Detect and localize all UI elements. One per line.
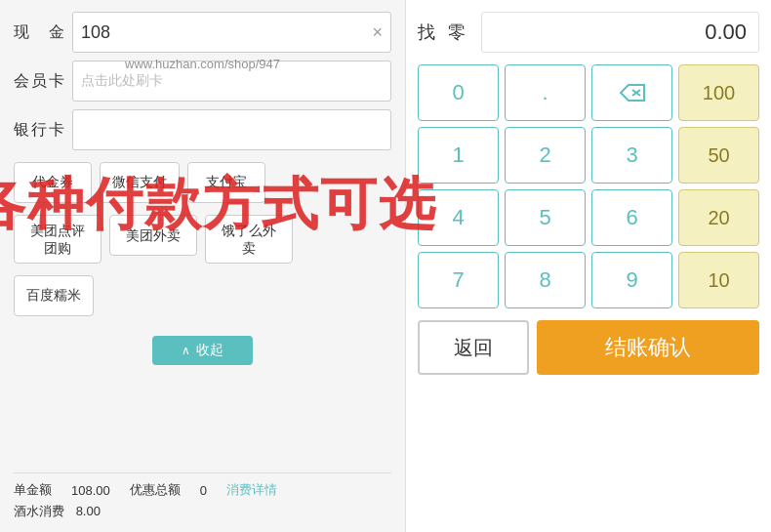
pay-btn-meituan[interactable]: 美团点评 团购 xyxy=(14,215,101,264)
quick-btn-50[interactable]: 50 xyxy=(678,127,759,184)
numpad: 0 . 100 1 2 3 50 4 5 6 20 7 8 9 xyxy=(418,64,759,308)
num-btn-del[interactable] xyxy=(591,64,672,121)
payment-buttons-2: 美团点评 团购 美团外卖 饿了么外 卖 xyxy=(14,215,391,264)
cash-row: 现 金 108 × xyxy=(14,12,391,53)
cash-label: 现 金 xyxy=(14,22,64,43)
num-btn-9[interactable]: 9 xyxy=(591,252,672,308)
num-btn-7[interactable]: 7 xyxy=(418,252,499,308)
member-input[interactable]: 点击此处刷卡 xyxy=(72,61,391,102)
member-label: 会员卡 xyxy=(14,71,64,92)
return-button[interactable]: 返回 xyxy=(418,320,529,375)
water-value: 8.00 xyxy=(76,504,101,518)
bottom-info: 单金额 108.00 优惠总额 0 消费详情 酒水消费 8.00 xyxy=(14,472,391,520)
pay-btn-baidu[interactable]: 百度糯米 xyxy=(14,275,94,316)
bank-row: 银行卡 xyxy=(14,109,391,150)
left-panel: 现 金 108 × 会员卡 点击此处刷卡 银行卡 代金券 微信支付 支付宝 xyxy=(0,0,405,532)
num-btn-6[interactable]: 6 xyxy=(591,189,672,246)
pay-btn-meituan-waimai[interactable]: 美团外卖 xyxy=(109,215,197,256)
pay-btn-ele[interactable]: 饿了么外 卖 xyxy=(205,215,293,264)
quick-btn-10[interactable]: 10 xyxy=(678,252,759,308)
num-btn-5[interactable]: 5 xyxy=(505,189,586,246)
water-label: 酒水消费 xyxy=(14,504,64,518)
discount-label: 优惠总额 xyxy=(130,481,181,499)
order-amount-value: 108.00 xyxy=(71,483,110,498)
collapse-button[interactable]: ∧ 收起 xyxy=(152,336,253,365)
cash-input[interactable]: 108 × xyxy=(72,12,391,53)
collapse-arrow-icon: ∧ xyxy=(182,344,190,357)
clear-icon[interactable]: × xyxy=(372,22,383,43)
num-btn-4[interactable]: 4 xyxy=(418,189,499,246)
change-value: 0.00 xyxy=(481,12,759,53)
pay-btn-alipay[interactable]: 支付宝 xyxy=(187,162,265,203)
num-btn-8[interactable]: 8 xyxy=(505,252,586,308)
member-row: 会员卡 点击此处刷卡 xyxy=(14,61,391,102)
num-btn-dot[interactable]: . xyxy=(505,64,586,121)
num-btn-2[interactable]: 2 xyxy=(505,127,586,184)
discount-value: 0 xyxy=(200,483,207,498)
cash-value: 108 xyxy=(81,22,110,43)
order-amount-label: 单金额 xyxy=(14,481,52,499)
num-btn-3[interactable]: 3 xyxy=(591,127,672,184)
payment-buttons: 代金券 微信支付 支付宝 xyxy=(14,162,391,203)
num-btn-0[interactable]: 0 xyxy=(418,64,499,121)
change-row: 找 零 0.00 xyxy=(418,12,759,53)
change-label: 找 零 xyxy=(418,20,469,44)
collapse-label: 收起 xyxy=(196,342,223,359)
action-row: 返回 结账确认 xyxy=(418,320,759,375)
bank-input[interactable] xyxy=(72,109,391,150)
payment-buttons-3: 百度糯米 xyxy=(14,275,391,316)
member-placeholder: 点击此处刷卡 xyxy=(81,72,163,90)
num-btn-1[interactable]: 1 xyxy=(418,127,499,184)
quick-btn-100[interactable]: 100 xyxy=(678,64,759,121)
quick-btn-20[interactable]: 20 xyxy=(678,189,759,246)
pay-btn-voucher[interactable]: 代金券 xyxy=(14,162,92,203)
right-panel: 找 零 0.00 0 . 100 1 2 3 50 xyxy=(405,0,771,532)
change-amount: 0.00 xyxy=(705,20,747,45)
detail-link[interactable]: 消费详情 xyxy=(226,481,277,499)
confirm-button[interactable]: 结账确认 xyxy=(537,320,759,375)
bank-label: 银行卡 xyxy=(14,120,64,141)
pay-btn-wechat[interactable]: 微信支付 xyxy=(100,162,180,203)
